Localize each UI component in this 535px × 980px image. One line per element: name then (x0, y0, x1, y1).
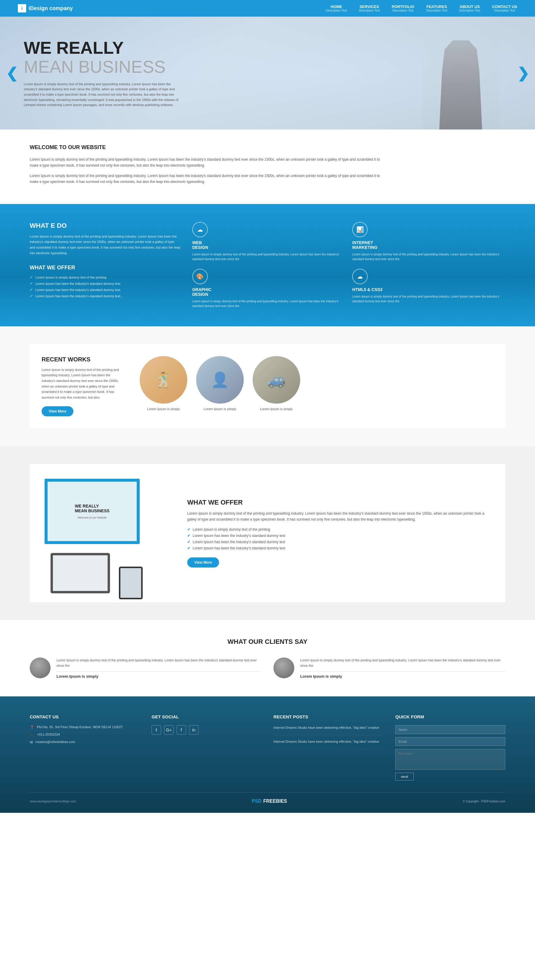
client-name-1: Lorem Ipsum is simply (56, 671, 262, 679)
check-blue-2: ✔ (187, 534, 190, 538)
footer-form-title: QUICK FORM (395, 714, 505, 719)
offer-content: WHAT WE OFFER Lorem Ipsum is simply dumm… (187, 499, 490, 568)
services-section: WHAT E DO Lorem Ipsum is simply dummy te… (0, 204, 535, 326)
work-circle-2: 👤 (196, 356, 244, 404)
graphic-title: GRAPHICDESIGN (192, 287, 345, 297)
recent-works-section: RECENT WORKS Lorem Ipsum is simply dummy… (0, 326, 535, 446)
tablet-screen (53, 555, 108, 591)
google-plus-icon[interactable]: G+ (164, 725, 174, 735)
hero-next-arrow[interactable]: ❯ (517, 65, 529, 81)
email-icon: ✉ (30, 740, 33, 745)
brand-name: iDesign company (29, 5, 73, 11)
web-design-icon: ☁ (192, 222, 208, 237)
hero-section: WE REALLY MEAN BUSINESS Lorem Ipsum is s… (0, 17, 535, 129)
check-icon-2: ✔ (30, 281, 33, 286)
offer-item-1: ✔Lorem Ipsum is simply dummy text of the… (187, 527, 490, 531)
work-item-1: 🕺 Lorem Ipsum is simply (140, 356, 187, 411)
linkedin-icon[interactable]: in (189, 725, 198, 735)
nav-services[interactable]: SERVICES Description Text (359, 5, 380, 12)
services-main-text: Lorem Ipsum is simply dummy text of the … (30, 234, 180, 256)
tablet-mockup (51, 553, 110, 593)
phone-screen (120, 568, 141, 598)
footer-email: ✉ creative@refreshideas.com (30, 740, 140, 745)
footer-email-input[interactable] (395, 737, 505, 746)
logo-box: i (18, 4, 26, 13)
location-icon: 📍 (30, 725, 35, 730)
footer-name-input[interactable] (395, 725, 505, 734)
hero-prev-arrow[interactable]: ❮ (6, 65, 18, 81)
recent-images: 🕺 Lorem Ipsum is simply 👤 Lorem Ipsum is… (140, 356, 493, 411)
footer-bottom: www.wantageportislamcollege.com PSD FREE… (30, 792, 505, 804)
footer-send-button[interactable]: send (395, 773, 414, 780)
nav-features[interactable]: FEATURES Description Text (426, 5, 447, 12)
service-card-marketing: 📊 INTERNETMARKETING Lorem Ipsum is simpl… (352, 222, 505, 262)
work-item-3: 🚙 Lorem Ipsum is simply (252, 356, 300, 411)
footer-contact-col: CONTACT US 📍 Plot No. 55, 3rd Floor Shiv… (30, 714, 140, 780)
offer-list: ✔Lorem Ipsum is simply dummy text of the… (187, 527, 490, 550)
nav-links: HOME Description Text SERVICES Descripti… (326, 5, 517, 12)
footer-bottom-url: www.wantageportislamcollege.com (30, 800, 76, 803)
brand-logo[interactable]: i iDesign company (18, 4, 73, 13)
service-card-graphic: 🎨 GRAPHICDESIGN Lorem Ipsum is simpy dum… (192, 269, 345, 309)
check-blue-4: ✔ (187, 546, 190, 550)
footer-message-input[interactable] (395, 749, 505, 770)
nav-contact[interactable]: CONTACT US Description Text (492, 5, 517, 12)
device-screen: WE REALLYMEAN BUSINESS Welcome to our We… (48, 482, 137, 541)
social-icons: 𝕥 G+ f in (152, 725, 262, 735)
services-grid: WHAT E DO Lorem Ipsum is simply dummy te… (30, 222, 505, 309)
check-icon-3: ✔ (30, 288, 33, 292)
offer-section: WE REALLYMEAN BUSINESS Welcome to our We… (0, 446, 535, 620)
hero-content: WE REALLY MEAN BUSINESS Lorem Ipsum is s… (24, 38, 178, 108)
html-text: Lorem Ipsum is simply dummy text of the … (352, 294, 505, 304)
offer-item-2: ✔Lorem Ipsum has been the industry's sta… (187, 534, 490, 538)
footer-posts-title: RECENT POSTS (273, 714, 383, 719)
work-label-3: Lorem Ipsum is simply (252, 407, 300, 411)
clients-section: WHAT OUR CLIENTS SAY Lorem Ipsum is simp… (0, 620, 535, 697)
offer-view-more-button[interactable]: View More (187, 557, 219, 568)
check-icon-4: ✔ (30, 294, 33, 298)
html-icon: ☁ (352, 269, 368, 284)
footer-grid: CONTACT US 📍 Plot No. 55, 3rd Floor Shiv… (30, 714, 505, 780)
clients-title: WHAT OUR CLIENTS SAY (30, 638, 505, 646)
services-cards: ☁ WEBDESIGN Lorem Ipsum is simply dummy … (192, 222, 505, 309)
twitter-icon[interactable]: 𝕥 (152, 725, 161, 735)
footer-posts-col: RECENT POSTS Internet Dreams Studio have… (273, 714, 383, 780)
footer-contact-title: CONTACT US (30, 714, 140, 719)
nav-portfolio[interactable]: PORTFOLIO Description Text (392, 5, 414, 12)
footer-post-1: Internet Dreams Studio have been deliver… (273, 725, 383, 735)
check-icon-1: ✔ (30, 275, 33, 280)
services-left-col: WHAT E DO Lorem Ipsum is simply dummy te… (30, 222, 180, 309)
phone-mockup (119, 566, 143, 599)
client-item-2: Lorem Ipsum is simply dummy text of the … (273, 657, 505, 679)
facebook-icon[interactable]: f (177, 725, 186, 735)
psd-freebies-brand: PSD FREEBIES (252, 799, 287, 804)
web-design-text: Lorem Ipsum is simply dummy text of the … (192, 252, 345, 262)
nav-home[interactable]: HOME Description Text (326, 5, 347, 12)
footer-social-title: GET SOCIAL (152, 714, 262, 719)
navbar: i iDesign company HOME Description Text … (0, 0, 535, 17)
marketing-text: Lorem Ipsum is simply dummy text of the … (352, 252, 505, 262)
offer-item-4: ✔Lorem Ipsum has been the industry's sta… (187, 546, 490, 550)
clients-grid: Lorem Ipsum is simply dummy text of the … (30, 657, 505, 679)
desktop-mockup: WE REALLYMEAN BUSINESS Welcome to our We… (45, 479, 140, 544)
services-offer-title: WHAT WE OFFER (30, 265, 180, 271)
hero-title: WE REALLY MEAN BUSINESS (24, 38, 178, 76)
footer-form-col: QUICK FORM send (395, 714, 505, 780)
client-content-1: Lorem Ipsum is simply dummy text of the … (56, 657, 262, 679)
freebies-label: FREEBIES (264, 799, 287, 804)
welcome-section: WELCOME TO OUR WEBSITE Lorem Ipsum is si… (0, 129, 535, 204)
work-item-2: 👤 Lorem Ipsum is simply (196, 356, 244, 411)
client-avatar-1 (30, 657, 51, 678)
nav-about[interactable]: ABOUT US Description Text (459, 5, 480, 12)
client-content-2: Lorem Ipsum is simply dummy text of the … (300, 657, 505, 679)
html-title: HTML5 & CSS3 (352, 287, 505, 292)
offer-text: Lorem Ipsum is simply dummy text of the … (187, 511, 490, 523)
service-card-web: ☁ WEBDESIGN Lorem Ipsum is simply dummy … (192, 222, 345, 262)
work-circle-3: 🚙 (252, 356, 300, 404)
view-more-button[interactable]: View More (42, 406, 73, 416)
check-blue-1: ✔ (187, 527, 190, 531)
welcome-title: WELCOME TO OUR WEBSITE (30, 144, 505, 151)
footer-address: 📍 Plot No. 55, 3rd Floor Shivaji Enclave… (30, 725, 140, 730)
web-design-title: WEBDESIGN (192, 240, 345, 250)
offer-inner: WE REALLYMEAN BUSINESS Welcome to our We… (30, 464, 505, 602)
